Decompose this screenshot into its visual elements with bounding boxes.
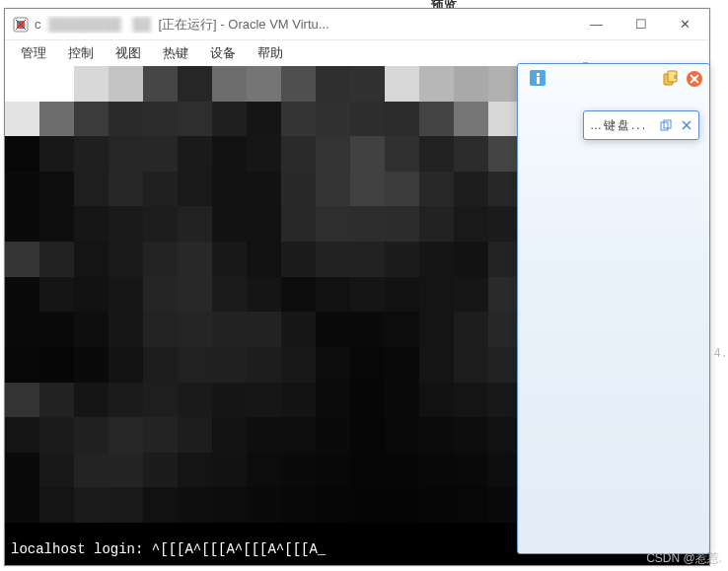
menu-devices[interactable]: 设备: [200, 41, 246, 65]
tip-close-icon[interactable]: [680, 119, 692, 132]
menu-view[interactable]: 视图: [106, 41, 151, 65]
tip-copy-icon[interactable]: [659, 119, 672, 132]
login-prompt: localhost login: ^[[[A^[[[A^[[[A^[[[A_: [11, 541, 326, 557]
minimize-button[interactable]: —: [574, 10, 619, 39]
menu-manage[interactable]: 管理: [11, 41, 56, 65]
info-icon: [528, 68, 547, 88]
titlebar[interactable]: c ████████ ██ [正在运行] - Oracle VM Virtu..…: [5, 9, 709, 40]
svg-rect-2: [537, 73, 540, 76]
watermark: CSDN @惹惹.: [646, 550, 722, 567]
pixelated-area: [5, 66, 557, 523]
window-title: c ████████ ██ [正在运行] - Oracle VM Virtu..…: [35, 16, 574, 34]
copy-settings-icon[interactable]: [662, 70, 680, 91]
menu-control[interactable]: 控制: [58, 41, 104, 65]
vbox-app-icon: [13, 17, 29, 33]
keyboard-tip[interactable]: …键盘...: [583, 110, 699, 140]
menu-help[interactable]: 帮助: [248, 41, 293, 65]
svg-rect-3: [537, 77, 540, 84]
close-button[interactable]: ✕: [663, 10, 707, 39]
window-controls: — ☐ ✕: [574, 10, 707, 39]
menu-hotkeys[interactable]: 热键: [153, 41, 198, 65]
maximize-button[interactable]: ☐: [619, 10, 663, 39]
bg-text-fragment: 4.: [714, 347, 728, 361]
keyboard-tip-label: …键盘...: [590, 117, 659, 134]
cancel-icon[interactable]: [686, 70, 703, 91]
